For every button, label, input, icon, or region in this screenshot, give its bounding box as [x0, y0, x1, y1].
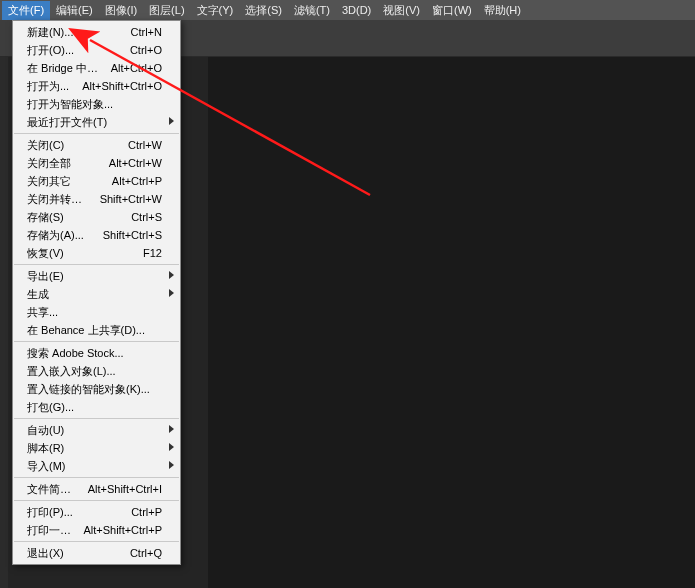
file-menu-item[interactable]: 搜索 Adobe Stock...	[13, 344, 180, 362]
file-menu-item[interactable]: 关闭并转到 Bridge...Shift+Ctrl+W	[13, 190, 180, 208]
menu-item-shortcut: Alt+Shift+Ctrl+O	[82, 80, 162, 92]
file-menu-item[interactable]: 自动(U)	[13, 421, 180, 439]
menu-视图v[interactable]: 视图(V)	[377, 1, 426, 20]
menu-item-shortcut: Ctrl+Q	[130, 547, 162, 559]
menu-item-shortcut: Shift+Ctrl+S	[103, 229, 162, 241]
menu-item-label: 存储(S)	[27, 210, 64, 225]
menu-separator	[14, 541, 179, 542]
menu-item-shortcut: F12	[143, 247, 162, 259]
menu-item-label: 关闭全部	[27, 156, 71, 171]
menu-item-shortcut: Ctrl+W	[128, 139, 162, 151]
menu-item-shortcut: Shift+Ctrl+W	[100, 193, 162, 205]
file-menu-item[interactable]: 打开为智能对象...	[13, 95, 180, 113]
menu-窗口w[interactable]: 窗口(W)	[426, 1, 478, 20]
menu-item-label: 打包(G)...	[27, 400, 74, 415]
menubar: 文件(F)编辑(E)图像(I)图层(L)文字(Y)选择(S)滤镜(T)3D(D)…	[0, 0, 695, 20]
menu-item-shortcut: Alt+Shift+Ctrl+I	[88, 483, 162, 495]
menu-帮助h[interactable]: 帮助(H)	[478, 1, 527, 20]
menu-item-label: 打印一份(Y)	[27, 523, 73, 538]
menu-item-label: 在 Bridge 中浏览(B)...	[27, 61, 101, 76]
menu-item-label: 在 Behance 上共享(D)...	[27, 323, 145, 338]
menu-item-label: 打印(P)...	[27, 505, 73, 520]
menu-item-label: 脚本(R)	[27, 441, 64, 456]
menu-separator	[14, 133, 179, 134]
menu-item-shortcut: Alt+Ctrl+O	[111, 62, 162, 74]
menu-item-shortcut: Ctrl+P	[131, 506, 162, 518]
menu-item-shortcut: Alt+Ctrl+P	[112, 175, 162, 187]
file-menu-item[interactable]: 置入链接的智能对象(K)...	[13, 380, 180, 398]
menu-separator	[14, 500, 179, 501]
menu-item-label: 共享...	[27, 305, 58, 320]
menu-item-shortcut: Ctrl+S	[131, 211, 162, 223]
menu-滤镜t[interactable]: 滤镜(T)	[288, 1, 336, 20]
file-menu-item[interactable]: 打开为...Alt+Shift+Ctrl+O	[13, 77, 180, 95]
file-menu-item[interactable]: 脚本(R)	[13, 439, 180, 457]
file-menu-item[interactable]: 导入(M)	[13, 457, 180, 475]
file-menu-item[interactable]: 打印一份(Y)Alt+Shift+Ctrl+P	[13, 521, 180, 539]
menu-item-label: 打开为智能对象...	[27, 97, 113, 112]
menu-item-label: 关闭其它	[27, 174, 71, 189]
menu-图层l[interactable]: 图层(L)	[143, 1, 190, 20]
file-menu-item[interactable]: 打开(O)...Ctrl+O	[13, 41, 180, 59]
menu-item-label: 最近打开文件(T)	[27, 115, 107, 130]
file-menu-item[interactable]: 新建(N)...Ctrl+N	[13, 23, 180, 41]
file-menu-item[interactable]: 存储为(A)...Shift+Ctrl+S	[13, 226, 180, 244]
menu-item-label: 导出(E)	[27, 269, 64, 284]
menu-3dd[interactable]: 3D(D)	[336, 2, 377, 18]
menu-item-label: 生成	[27, 287, 49, 302]
submenu-arrow-icon	[169, 443, 174, 451]
file-menu-item[interactable]: 打包(G)...	[13, 398, 180, 416]
file-menu-item[interactable]: 关闭全部Alt+Ctrl+W	[13, 154, 180, 172]
file-menu-item[interactable]: 存储(S)Ctrl+S	[13, 208, 180, 226]
menu-separator	[14, 477, 179, 478]
menu-item-label: 文件简介(F)...	[27, 482, 78, 497]
file-menu-item[interactable]: 在 Bridge 中浏览(B)...Alt+Ctrl+O	[13, 59, 180, 77]
file-menu-item[interactable]: 打印(P)...Ctrl+P	[13, 503, 180, 521]
menu-item-label: 置入链接的智能对象(K)...	[27, 382, 150, 397]
menu-item-label: 打开(O)...	[27, 43, 74, 58]
file-menu-item[interactable]: 置入嵌入对象(L)...	[13, 362, 180, 380]
menu-item-label: 关闭(C)	[27, 138, 64, 153]
submenu-arrow-icon	[169, 271, 174, 279]
file-menu-item[interactable]: 最近打开文件(T)	[13, 113, 180, 131]
menu-item-label: 恢复(V)	[27, 246, 64, 261]
menu-item-shortcut: Ctrl+N	[131, 26, 162, 38]
file-menu-item[interactable]: 导出(E)	[13, 267, 180, 285]
file-menu-item[interactable]: 生成	[13, 285, 180, 303]
menu-separator	[14, 264, 179, 265]
menu-item-label: 自动(U)	[27, 423, 64, 438]
file-menu-item[interactable]: 在 Behance 上共享(D)...	[13, 321, 180, 339]
menu-item-label: 关闭并转到 Bridge...	[27, 192, 90, 207]
menu-item-label: 搜索 Adobe Stock...	[27, 346, 124, 361]
file-menu-dropdown: 新建(N)...Ctrl+N打开(O)...Ctrl+O在 Bridge 中浏览…	[12, 20, 181, 565]
menu-item-label: 新建(N)...	[27, 25, 73, 40]
submenu-arrow-icon	[169, 461, 174, 469]
file-menu-item[interactable]: 退出(X)Ctrl+Q	[13, 544, 180, 562]
submenu-arrow-icon	[169, 425, 174, 433]
menu-item-label: 退出(X)	[27, 546, 64, 561]
menu-选择s[interactable]: 选择(S)	[239, 1, 288, 20]
file-menu-item[interactable]: 关闭(C)Ctrl+W	[13, 136, 180, 154]
file-menu-item[interactable]: 恢复(V)F12	[13, 244, 180, 262]
left-rail	[0, 56, 8, 588]
menu-item-label: 打开为...	[27, 79, 69, 94]
file-menu-item[interactable]: 文件简介(F)...Alt+Shift+Ctrl+I	[13, 480, 180, 498]
submenu-arrow-icon	[169, 289, 174, 297]
menu-文件f[interactable]: 文件(F)	[2, 1, 50, 20]
menu-文字y[interactable]: 文字(Y)	[191, 1, 240, 20]
menu-item-label: 置入嵌入对象(L)...	[27, 364, 116, 379]
submenu-arrow-icon	[169, 117, 174, 125]
menu-separator	[14, 418, 179, 419]
menu-编辑e[interactable]: 编辑(E)	[50, 1, 99, 20]
file-menu-item[interactable]: 共享...	[13, 303, 180, 321]
menu-item-shortcut: Alt+Ctrl+W	[109, 157, 162, 169]
menu-item-label: 存储为(A)...	[27, 228, 84, 243]
menu-item-label: 导入(M)	[27, 459, 66, 474]
menu-图像i[interactable]: 图像(I)	[99, 1, 143, 20]
menu-separator	[14, 341, 179, 342]
menu-item-shortcut: Alt+Shift+Ctrl+P	[83, 524, 162, 536]
menu-item-shortcut: Ctrl+O	[130, 44, 162, 56]
file-menu-item[interactable]: 关闭其它Alt+Ctrl+P	[13, 172, 180, 190]
